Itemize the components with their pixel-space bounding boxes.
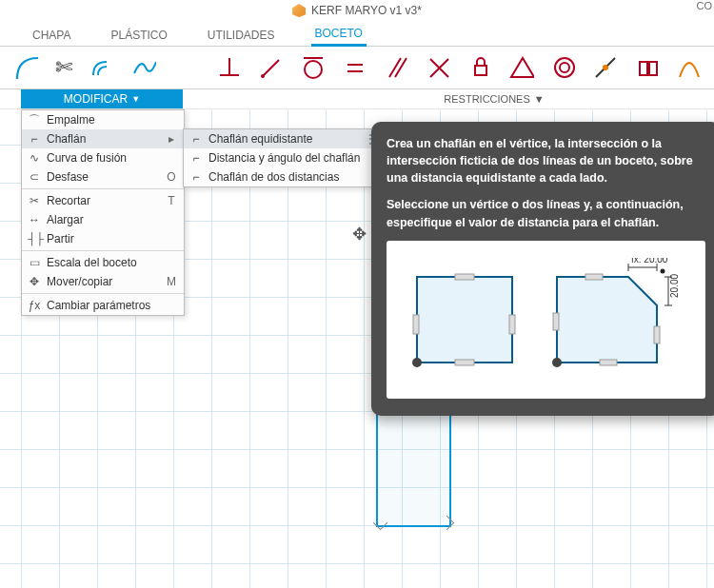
- svg-rect-26: [600, 360, 617, 365]
- menu-item-icon: ⌐: [189, 151, 203, 165]
- menu-item-shortcut: M: [165, 275, 178, 288]
- perpendicular-constraint-icon[interactable]: [426, 54, 450, 81]
- menu-item-label: Chaflán equidistante: [208, 132, 312, 146]
- tab-chapa[interactable]: CHAPA: [29, 24, 74, 46]
- modificar-dropdown: ⌒Empalme⌐Chaflán▸∿Curva de fusión⊂Desfas…: [21, 109, 185, 316]
- modificar-panel-button[interactable]: MODIFICAR ▼: [21, 89, 183, 108]
- restricciones-panel-label[interactable]: RESTRICCIONES ▼: [444, 93, 544, 105]
- menu-item-label: Chaflán: [47, 132, 86, 146]
- menu-item-icon: ✂: [28, 194, 41, 207]
- menu-item-desfase[interactable]: ⊂DesfaseO: [22, 167, 184, 186]
- equal-constraint-icon[interactable]: [342, 54, 367, 81]
- spline-icon[interactable]: [131, 54, 156, 81]
- menu-item-icon: ƒx: [28, 299, 41, 312]
- tangent-constraint-icon[interactable]: [300, 54, 325, 81]
- svg-rect-3: [475, 66, 486, 75]
- sketch-canvas[interactable]: ✥ ⌒Empalme⌐Chaflán▸∿Curva de fusión⊂Desf…: [0, 109, 714, 588]
- menu-item-icon: ↔: [28, 213, 41, 226]
- menu-item-label: Mover/copiar: [47, 275, 112, 288]
- menu-item-shortcut: O: [165, 170, 178, 184]
- ribbon-toolbar: ✄: [0, 47, 714, 89]
- collinear-constraint-icon[interactable]: [634, 54, 659, 81]
- tab-plastico[interactable]: PLÁSTICO: [107, 24, 170, 46]
- tab-boceto[interactable]: BOCETO: [311, 22, 367, 47]
- menu-item-icon: ⌐: [189, 132, 203, 146]
- menu-item-label: Escala del boceto: [47, 256, 137, 269]
- svg-rect-27: [553, 313, 559, 330]
- menu-item-alargar[interactable]: ↔Alargar: [22, 210, 184, 229]
- svg-point-6: [603, 65, 608, 70]
- menu-item-recortar[interactable]: ✂RecortarT: [22, 191, 184, 210]
- menu-item-label: Curva de fusión: [47, 151, 127, 165]
- menu-item-partir[interactable]: ┤├Partir: [22, 229, 184, 248]
- svg-point-10: [412, 358, 422, 367]
- menu-item-icon: ✥: [28, 275, 41, 288]
- menu-item-empalme[interactable]: ⌒Empalme: [22, 110, 184, 129]
- illustration-before: [403, 263, 526, 377]
- move-cursor-icon: ✥: [352, 224, 367, 245]
- menu-item-curva-de-fusi-n[interactable]: ∿Curva de fusión: [22, 148, 184, 167]
- menu-item-label: Recortar: [47, 194, 90, 207]
- svg-rect-9: [417, 277, 512, 363]
- svg-rect-11: [455, 274, 474, 280]
- dropdown-caret-icon: ▼: [534, 93, 545, 105]
- fix-constraint-icon[interactable]: [467, 54, 492, 81]
- menu-item-label: Empalme: [47, 113, 95, 127]
- svg-point-0: [261, 74, 265, 78]
- tooltip-paragraph-2: Seleccione un vértice o dos líneas y, a …: [387, 196, 705, 230]
- menu-item-icon: ┤├: [28, 232, 41, 245]
- trim-icon[interactable]: ✄: [55, 55, 72, 80]
- illustration-after: fx: 20.00 20.00: [543, 258, 690, 382]
- menu-item-label: Alargar: [47, 213, 84, 226]
- menu-item-icon: ⌐: [28, 132, 41, 146]
- parallel-constraint-icon[interactable]: [384, 54, 408, 81]
- truncated-panel-label: CO: [697, 0, 713, 11]
- tooltip-illustration: fx: 20.00 20.00: [387, 241, 705, 399]
- document-title: KERF MARYO v1 v3*: [311, 4, 422, 17]
- svg-point-5: [560, 63, 569, 72]
- menu-item-icon: ▭: [28, 256, 41, 269]
- tooltip-paragraph-1: Crea un chaflán en el vértice, la inters…: [387, 135, 705, 186]
- menu-item-chafl-n[interactable]: ⌐Chaflán▸: [22, 129, 184, 148]
- title-bar: KERF MARYO v1 v3*: [0, 0, 714, 21]
- menu-item-label: Partir: [47, 232, 74, 245]
- tab-utilidades[interactable]: UTILIDADES: [204, 24, 279, 46]
- offset-icon[interactable]: [89, 54, 114, 81]
- menu-item-shortcut: T: [165, 194, 178, 207]
- svg-point-16: [660, 268, 664, 273]
- menu-item-shortcut: ▸: [165, 132, 178, 146]
- submenu-item-chafl-n-equidistante[interactable]: ⌐Chaflán equidistante⋮: [184, 129, 384, 148]
- svg-rect-8: [649, 62, 657, 75]
- submenu-item-chafl-n-de-dos-distancias[interactable]: ⌐Chaflán de dos distancias: [184, 167, 384, 186]
- horizontal-constraint-icon[interactable]: [216, 54, 241, 81]
- menu-item-escala-del-boceto[interactable]: ▭Escala del boceto: [22, 253, 184, 272]
- menu-item-mover-copiar[interactable]: ✥Mover/copiarM: [22, 272, 184, 291]
- fillet-icon[interactable]: [13, 54, 38, 81]
- menu-item-icon: ∿: [28, 151, 41, 165]
- coincident-constraint-icon[interactable]: [258, 54, 283, 81]
- ribbon-panel-labels: MODIFICAR ▼ RESTRICCIONES ▼ CO: [0, 89, 714, 109]
- svg-point-1: [305, 61, 322, 78]
- menu-item-cambiar-par-metros[interactable]: ƒxCambiar parámetros: [22, 296, 184, 315]
- svg-point-15: [552, 358, 562, 367]
- menu-item-icon: ⊂: [28, 170, 41, 184]
- svg-text:20.00: 20.00: [669, 273, 680, 297]
- svg-rect-14: [509, 315, 515, 334]
- svg-point-4: [555, 58, 574, 77]
- menu-item-label: Distancia y ángulo del chaflán: [208, 151, 360, 165]
- menu-item-label: Cambiar parámetros: [47, 299, 150, 312]
- dropdown-caret-icon: ▼: [131, 89, 140, 108]
- tooltip-panel: Crea un chaflán en el vértice, la inters…: [371, 122, 714, 416]
- menu-item-label: Chaflán de dos distancias: [208, 170, 339, 184]
- symmetry-constraint-icon[interactable]: [509, 54, 534, 81]
- menu-item-icon: ⌐: [189, 170, 203, 184]
- midpoint-constraint-icon[interactable]: [592, 54, 617, 81]
- ribbon-tabs: CHAPA PLÁSTICO UTILIDADES BOCETO: [0, 21, 714, 47]
- curvature-constraint-icon[interactable]: [676, 54, 701, 81]
- concentric-constraint-icon[interactable]: [551, 54, 576, 81]
- submenu-item-distancia-y-ngulo-del-chafl-n[interactable]: ⌐Distancia y ángulo del chaflán: [184, 148, 384, 167]
- svg-rect-25: [585, 274, 603, 280]
- svg-rect-7: [640, 62, 647, 75]
- menu-item-icon: ⌒: [28, 112, 41, 128]
- svg-rect-12: [455, 360, 474, 365]
